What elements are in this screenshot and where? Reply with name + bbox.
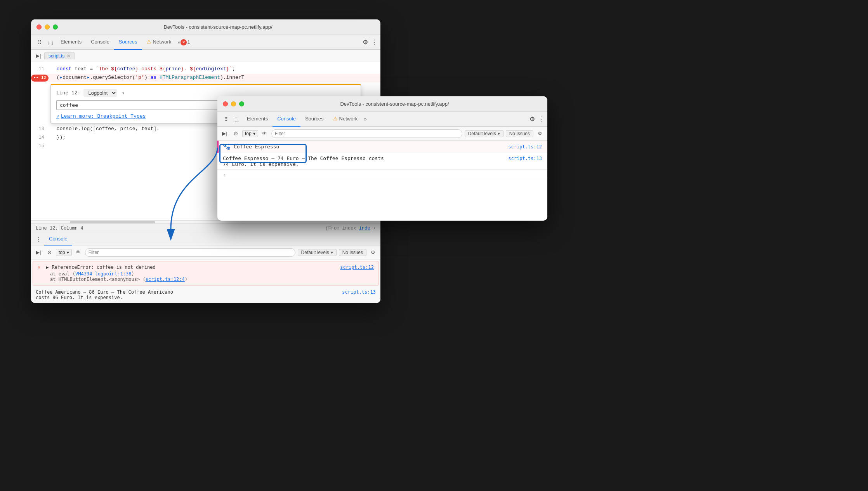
- close-button[interactable]: [36, 24, 42, 30]
- front-maximize-button[interactable]: [239, 101, 244, 106]
- front-block-icon[interactable]: ⊘: [231, 129, 240, 138]
- front-settings-icon[interactable]: ⚙: [536, 129, 544, 138]
- front-sidebar-icon[interactable]: ▶|: [220, 129, 229, 138]
- logpoint-header: Line 12: Logpoint ▾: [56, 89, 355, 97]
- front-eye-icon[interactable]: 👁: [260, 129, 269, 138]
- panel-icon[interactable]: ⠿: [34, 37, 45, 48]
- line-number-12: •• 12: [31, 74, 50, 82]
- maximize-button[interactable]: [53, 24, 58, 30]
- front-tab-network[interactable]: ⚠ Network: [328, 112, 363, 127]
- front-tab-console[interactable]: Console: [273, 112, 300, 127]
- front-gear-icon[interactable]: ⚙: [529, 115, 535, 123]
- code-line-12: •• 12 (▸document▸.querySelector('p') as …: [31, 74, 380, 82]
- close-file-tab-icon[interactable]: ✕: [67, 54, 70, 59]
- front-filter-input[interactable]: [271, 129, 462, 138]
- back-filter-input[interactable]: [85, 248, 295, 257]
- expand-triangle[interactable]: ▶: [46, 265, 49, 270]
- script-link[interactable]: script.ts:12:4: [146, 277, 185, 282]
- expand-icon[interactable]: ›: [373, 226, 376, 231]
- back-default-levels[interactable]: Default levels ▾: [298, 249, 337, 256]
- front-console-toolbar: ▶| ⊘ top ▾ 👁 Default levels ▾ No Issues …: [217, 127, 547, 141]
- expand-row: ›: [217, 170, 547, 180]
- console-tab[interactable]: Console: [44, 233, 72, 246]
- more-options-icon[interactable]: ⋮: [371, 38, 377, 46]
- americano-log-link[interactable]: script.ts:13: [342, 289, 376, 300]
- front-warning-icon: ⚠: [333, 116, 338, 122]
- front-devtools-tabs: ⠿ ⬚ Elements Console Sources ⚠ Network »…: [217, 112, 547, 127]
- console-tab-bar: ⋮ Console: [31, 233, 380, 246]
- espresso-detail-text: Coffee Espresso – 74 Euro – The Coffee E…: [223, 155, 505, 167]
- espresso-icon: 🐾: [223, 143, 231, 150]
- sidebar-toggle-button[interactable]: ▶|: [34, 52, 43, 60]
- bottom-console-section: ⋮ Console ▶| ⊘ top ▾ 👁 Default levels ▾: [31, 233, 380, 303]
- line-number-14: 14: [31, 134, 50, 141]
- front-minimize-button[interactable]: [231, 101, 236, 106]
- error-detail-2: at HTMLButtonElement.<anonymous> (script…: [38, 277, 374, 282]
- horizontal-scrollbar[interactable]: [31, 220, 380, 223]
- tab-sources[interactable]: Sources: [114, 35, 142, 50]
- front-tab-sources[interactable]: Sources: [300, 112, 328, 127]
- more-tabs-icon[interactable]: »: [177, 39, 180, 45]
- tab-console[interactable]: Console: [86, 35, 114, 50]
- front-default-levels[interactable]: Default levels ▾: [465, 130, 503, 137]
- back-console-messages: ✕ ▶ ReferenceError: coffee is not define…: [31, 259, 380, 303]
- front-console-messages: 🐾 Coffee Espresso script.ts:12 Coffee Es…: [217, 141, 547, 221]
- logpoint-line-label: Line 12:: [56, 90, 80, 96]
- espresso-log-text: Coffee Espresso: [234, 144, 505, 150]
- error-message-row: ✕ ▶ ReferenceError: coffee is not define…: [33, 261, 379, 286]
- error-badge: ✕: [181, 39, 187, 45]
- line-number-11: 11: [31, 65, 50, 73]
- gear-icon[interactable]: ⚙: [363, 38, 368, 46]
- line-number-15: 15: [31, 142, 50, 150]
- back-settings-icon[interactable]: ⚙: [369, 248, 377, 257]
- back-console-toolbar: ▶| ⊘ top ▾ 👁 Default levels ▾ No Issues …: [31, 246, 380, 259]
- espresso-detail-link[interactable]: script.ts:13: [508, 156, 542, 161]
- front-device-icon[interactable]: ⬚: [231, 114, 242, 125]
- device-icon[interactable]: ⬚: [45, 37, 56, 48]
- back-devtools-tabs: ⠿ ⬚ Elements Console Sources ⚠ Network »…: [31, 35, 380, 50]
- americano-log-text: Coffee Americano – 86 Euro – The Coffee …: [36, 289, 337, 300]
- espresso-detail-row: Coffee Espresso – 74 Euro – The Coffee E…: [217, 153, 547, 170]
- tab-elements[interactable]: Elements: [56, 35, 86, 50]
- front-tab-elements[interactable]: Elements: [242, 112, 273, 127]
- tab-network[interactable]: ⚠ Network: [142, 35, 176, 50]
- error-count: 1: [187, 39, 190, 45]
- from-status: (From index inde ›: [325, 226, 376, 231]
- warning-icon: ⚠: [147, 39, 151, 45]
- front-titlebar: DevTools - consistent-source-map-pc.netl…: [217, 96, 547, 112]
- front-close-button[interactable]: [223, 101, 228, 106]
- code-line-11: 11 const text = `The ${coffee} costs ${p…: [31, 65, 380, 74]
- error-icon: ✕: [38, 265, 40, 270]
- back-eye-icon[interactable]: 👁: [74, 248, 83, 257]
- line-content-11: const text = `The ${coffee} costs ${pric…: [50, 65, 380, 73]
- devtools-front-window: DevTools - consistent-source-map-pc.netl…: [217, 96, 547, 221]
- back-sidebar-icon[interactable]: ▶|: [34, 248, 43, 257]
- front-console-content: ▶| ⊘ top ▾ 👁 Default levels ▾ No Issues …: [217, 127, 547, 221]
- breakpoint-marker: •• 12: [31, 75, 49, 82]
- three-dots-icon[interactable]: ⋮: [34, 235, 43, 244]
- vm-link[interactable]: VM4394 logpoint:1:38: [75, 271, 132, 277]
- minimize-button[interactable]: [45, 24, 50, 30]
- logpoint-type-select[interactable]: Logpoint: [83, 89, 117, 97]
- back-block-icon[interactable]: ⊘: [45, 248, 54, 257]
- front-more-tabs-icon[interactable]: »: [364, 116, 366, 122]
- line-number-13: 13: [31, 125, 50, 133]
- back-top-badge[interactable]: top ▾: [56, 249, 72, 256]
- expand-arrow-icon[interactable]: ›: [223, 172, 226, 178]
- file-tab-script[interactable]: script.ts ✕: [44, 52, 75, 59]
- front-top-badge[interactable]: top ▾: [242, 130, 258, 137]
- status-bar: Line 12, Column 4 (From index inde ›: [31, 223, 380, 233]
- error-detail-1: at eval (VM4394 logpoint:1:38): [38, 271, 374, 277]
- espresso-log-link[interactable]: script.ts:12: [508, 144, 542, 150]
- file-tab-bar: ▶| script.ts ✕: [31, 50, 380, 62]
- line-column-status: Line 12, Column 4: [36, 226, 83, 231]
- index-link[interactable]: inde: [359, 226, 370, 231]
- back-titlebar: DevTools - consistent-source-map-pc.netl…: [31, 19, 380, 35]
- front-more-options-icon[interactable]: ⋮: [538, 115, 544, 123]
- chevron-down-icon: ▾: [67, 250, 69, 255]
- line-content-12: (▸document▸.querySelector('p') as HTMLPa…: [50, 74, 380, 82]
- file-tab-name: script.ts: [49, 53, 64, 59]
- front-chevron-down-icon-2: ▾: [498, 131, 500, 136]
- error-link-1[interactable]: script.ts:12: [340, 265, 374, 270]
- front-panel-icon[interactable]: ⠿: [220, 114, 231, 125]
